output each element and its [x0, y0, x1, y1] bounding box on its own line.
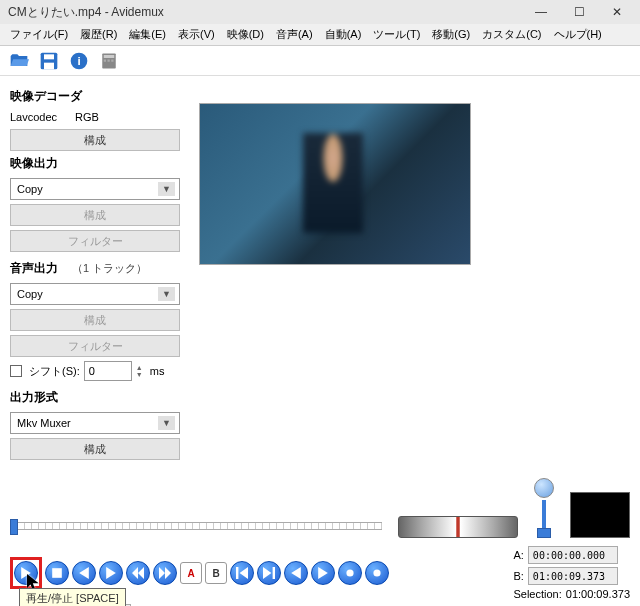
prev-keyframe-button[interactable]	[126, 561, 150, 585]
output-configure-button[interactable]: 構成	[10, 438, 180, 460]
info-icon[interactable]: i	[68, 50, 90, 72]
titlebar: CMとりたい.mp4 - Avidemux — ☐ ✕	[0, 0, 640, 24]
audio-tracks: （1 トラック）	[72, 261, 147, 276]
selection-label: Selection:	[513, 588, 561, 600]
minimize-button[interactable]: —	[522, 1, 560, 23]
marker-b-value[interactable]: 01:00:09.373	[528, 567, 618, 585]
volume-slider[interactable]	[534, 478, 554, 538]
video-preview	[200, 104, 470, 264]
shift-checkbox[interactable]	[10, 365, 22, 377]
prev-black-button[interactable]	[338, 561, 362, 585]
svg-rect-2	[44, 62, 54, 69]
spin-down-icon[interactable]: ▼	[136, 371, 146, 378]
menu-video[interactable]: 映像(D)	[221, 24, 270, 45]
svg-rect-11	[236, 567, 238, 579]
marker-a-label: A:	[513, 549, 523, 561]
volume-knob-icon[interactable]	[534, 478, 554, 498]
playback-controls: 再生/停止 [SPACE] A B	[10, 557, 389, 589]
svg-rect-10	[52, 568, 62, 578]
menu-custom[interactable]: カスタム(C)	[476, 24, 547, 45]
decoder-label: 映像デコーダ	[10, 88, 190, 105]
play-tooltip: 再生/停止 [SPACE]	[19, 588, 126, 606]
audio-filter-button[interactable]: フィルター	[10, 335, 180, 357]
shift-label: シフト(S):	[29, 364, 80, 379]
next-black-button[interactable]	[365, 561, 389, 585]
menu-auto[interactable]: 自動(A)	[319, 24, 368, 45]
svg-rect-7	[104, 59, 106, 61]
svg-rect-9	[111, 59, 113, 61]
marker-a-value[interactable]: 00:00:00.000	[528, 546, 618, 564]
content: 映像デコーダ Lavcodec RGB 構成 映像出力 Copy 構成 フィルタ…	[0, 76, 640, 472]
maximize-button[interactable]: ☐	[560, 1, 598, 23]
goto-b-button[interactable]	[311, 561, 335, 585]
next-frame-button[interactable]	[99, 561, 123, 585]
menu-tools[interactable]: ツール(T)	[367, 24, 426, 45]
svg-rect-8	[108, 59, 110, 61]
menu-file[interactable]: ファイル(F)	[4, 24, 74, 45]
output-format-label: 出力形式	[10, 389, 190, 406]
stop-button[interactable]	[45, 561, 69, 585]
svg-rect-6	[104, 55, 115, 58]
open-icon[interactable]	[8, 50, 30, 72]
shift-ms: ms	[150, 365, 165, 377]
video-out-combo[interactable]: Copy	[10, 178, 180, 200]
prev-frame-button[interactable]	[72, 561, 96, 585]
svg-rect-12	[273, 567, 275, 579]
marker-b-label: B:	[513, 570, 523, 582]
selection-value: 01:00:09.373	[566, 588, 630, 600]
output-format-combo[interactable]: Mkv Muxer	[10, 412, 180, 434]
shift-input[interactable]: 0	[84, 361, 132, 381]
svg-rect-1	[44, 54, 54, 59]
decoder-configure-button[interactable]: 構成	[10, 129, 180, 151]
menu-recent[interactable]: 履歴(R)	[74, 24, 123, 45]
audio-configure-button[interactable]: 構成	[10, 309, 180, 331]
goto-end-button[interactable]	[257, 561, 281, 585]
nav-wheel[interactable]	[398, 516, 518, 538]
menu-help[interactable]: ヘルプ(H)	[548, 24, 608, 45]
timeline-scrubber[interactable]	[10, 514, 382, 538]
spin-up-icon[interactable]: ▲	[136, 364, 146, 371]
video-out-label: 映像出力	[10, 155, 190, 172]
audio-out-label: 音声出力	[10, 260, 58, 277]
menu-audio[interactable]: 音声(A)	[270, 24, 319, 45]
menu-view[interactable]: 表示(V)	[172, 24, 221, 45]
svg-point-13	[346, 569, 353, 576]
goto-start-button[interactable]	[230, 561, 254, 585]
menu-go[interactable]: 移動(G)	[426, 24, 476, 45]
set-marker-a-button[interactable]: A	[180, 562, 202, 584]
menu-edit[interactable]: 編集(E)	[123, 24, 172, 45]
decoder-codec: Lavcodec	[10, 111, 57, 123]
bottom-panel: 再生/停止 [SPACE] A B A: 00:00:00.000	[0, 472, 640, 606]
play-button[interactable]	[14, 561, 38, 585]
left-panel: 映像デコーダ Lavcodec RGB 構成 映像出力 Copy 構成 フィルタ…	[10, 84, 190, 464]
window-title: CMとりたい.mp4 - Avidemux	[8, 4, 522, 21]
decoder-mode: RGB	[75, 111, 99, 123]
menubar: ファイル(F) 履歴(R) 編集(E) 表示(V) 映像(D) 音声(A) 自動…	[0, 24, 640, 46]
save-icon[interactable]	[38, 50, 60, 72]
scrubber-thumb[interactable]	[10, 519, 18, 535]
svg-text:i: i	[77, 54, 80, 67]
ab-markers: A: 00:00:00.000 B: 01:00:09.373 Selectio…	[513, 546, 630, 600]
svg-point-14	[373, 569, 380, 576]
goto-a-button[interactable]	[284, 561, 308, 585]
next-keyframe-button[interactable]	[153, 561, 177, 585]
thumbnail-preview	[570, 492, 630, 538]
set-marker-b-button[interactable]: B	[205, 562, 227, 584]
close-button[interactable]: ✕	[598, 1, 636, 23]
calculator-icon[interactable]	[98, 50, 120, 72]
video-configure-button[interactable]: 構成	[10, 204, 180, 226]
video-filter-button[interactable]: フィルター	[10, 230, 180, 252]
audio-out-combo[interactable]: Copy	[10, 283, 180, 305]
toolbar: i	[0, 46, 640, 76]
